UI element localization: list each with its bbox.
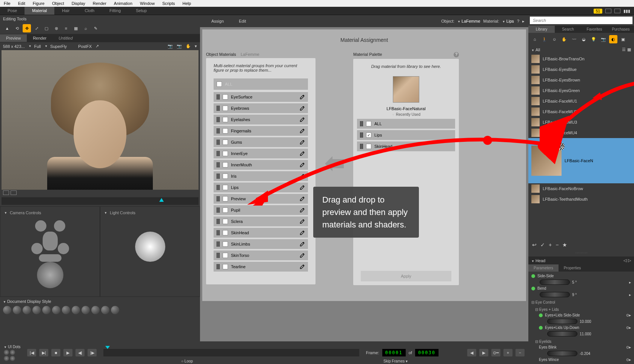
zoom-tool-icon[interactable]: ⌕ <box>82 24 90 32</box>
drag-handle-icon[interactable] <box>217 207 220 213</box>
home-icon[interactable]: ⌂ <box>531 35 539 43</box>
multi-view-icon[interactable] <box>11 190 17 195</box>
library-item[interactable]: LFBasic-FaceMU4 <box>528 127 634 138</box>
list-view-icon[interactable]: ☰ <box>622 47 626 52</box>
dial-side-side[interactable] <box>540 280 570 285</box>
single-view-icon[interactable] <box>3 190 9 195</box>
box-tool-icon[interactable]: ▢ <box>42 24 51 32</box>
edit-icon[interactable] <box>300 219 305 224</box>
menu-object[interactable]: Object <box>48 0 68 6</box>
camera-controls-label[interactable]: Camera Controls <box>3 209 97 217</box>
param-eyeslids-side[interactable]: Eyes+Lids Side-Side⊙▸ <box>530 312 632 318</box>
material-item[interactable]: Eyebrows <box>214 103 308 113</box>
last-frame-button[interactable]: ▶| <box>39 349 48 356</box>
bars-icon[interactable]: ▮▮▮ <box>623 9 630 14</box>
drag-handle-icon[interactable] <box>217 140 220 145</box>
edit-icon[interactable] <box>300 196 305 201</box>
checkbox[interactable] <box>223 94 228 100</box>
dial-bend[interactable] <box>540 292 570 297</box>
material-icon[interactable]: ◐ <box>609 35 617 43</box>
param-eyes-wince[interactable]: Eyes Wince⊙▸ <box>530 357 632 362</box>
param-side-side[interactable]: Side-Side <box>530 273 632 279</box>
palette-thumbnail[interactable] <box>393 76 419 103</box>
style-ball[interactable] <box>13 306 21 314</box>
menu-file[interactable]: File <box>0 0 14 6</box>
prev-icon[interactable]: ◁ <box>623 258 626 263</box>
library-item[interactable]: LFBasic-EyesBlue <box>528 64 634 75</box>
menu-scripts[interactable]: Scripts <box>158 0 179 6</box>
remove-icon[interactable]: − <box>556 242 559 248</box>
checkbox[interactable] <box>223 117 228 122</box>
align-tool-icon[interactable]: ≡ <box>62 24 70 32</box>
ui-dots-label[interactable]: UI Dots <box>4 345 20 349</box>
drag-handle-icon[interactable] <box>217 117 220 122</box>
expand-icon[interactable]: ▸ <box>522 19 525 24</box>
edit-icon[interactable] <box>300 230 305 235</box>
grid-tool-icon[interactable]: ▦ <box>72 24 80 32</box>
translate-tool-icon[interactable]: ✥ <box>23 24 31 32</box>
render-tab[interactable]: Render <box>27 34 52 42</box>
help-icon[interactable]: ? <box>517 19 519 23</box>
drag-handle-icon[interactable] <box>217 241 220 247</box>
palette-item-lips[interactable]: ✓ Lips <box>357 130 455 140</box>
room-hair[interactable]: Hair <box>54 7 77 15</box>
style-ball[interactable] <box>3 306 11 314</box>
checkbox[interactable] <box>223 174 228 179</box>
drag-handle-icon[interactable] <box>217 162 220 167</box>
hand-icon[interactable]: ✋ <box>186 44 191 49</box>
group-eye-control[interactable]: ⊟ Eye Control <box>530 299 632 305</box>
material-item[interactable]: SkinTorso <box>214 250 308 260</box>
add-icon[interactable]: + <box>549 242 552 248</box>
library-item[interactable]: LFBasic-FaceNoBrow <box>528 183 634 194</box>
prev-key-button[interactable]: ◀ <box>467 349 476 356</box>
camera-gizmo[interactable] <box>28 220 73 288</box>
material-item[interactable]: SkinHead <box>214 228 308 238</box>
assign-tab[interactable]: Assign <box>204 17 231 25</box>
material-item[interactable]: Iris <box>214 171 308 181</box>
menu-figure[interactable]: Figure <box>29 0 48 6</box>
edit-icon[interactable] <box>300 140 305 145</box>
edit-icon[interactable] <box>300 117 305 122</box>
library-item[interactable]: LFBasic-EyesBrown <box>528 75 634 85</box>
library-item[interactable]: LFBasic-FaceMU2 <box>528 106 634 117</box>
material-item[interactable]: EyeSurface <box>214 92 308 102</box>
menu-window[interactable]: Window <box>136 0 158 6</box>
checkbox[interactable] <box>223 140 228 145</box>
camera-icon[interactable]: 📷 <box>599 35 608 43</box>
dial-eyeslids-updown[interactable] <box>547 331 577 336</box>
edit-icon[interactable] <box>300 185 305 190</box>
param-eyes-blink[interactable]: Eyes Blink⊙▸ <box>530 344 632 350</box>
drag-handle-icon[interactable] <box>360 144 363 149</box>
style-ball[interactable] <box>52 306 60 314</box>
room-pose[interactable]: Pose <box>0 7 25 15</box>
key-dot-icon[interactable] <box>531 287 535 290</box>
remove-key-button[interactable]: − <box>516 349 525 356</box>
drag-handle-icon[interactable] <box>217 253 220 258</box>
edit-icon[interactable] <box>300 264 305 269</box>
palette-item-all[interactable]: ALL <box>357 119 455 129</box>
display-style-label[interactable]: Document Display Style <box>3 299 197 304</box>
dial-eyeslids-side[interactable] <box>547 319 577 324</box>
room-cloth[interactable]: Cloth <box>77 7 102 15</box>
room-setup[interactable]: Setup <box>128 7 154 15</box>
room-material[interactable]: Material <box>25 7 54 15</box>
edit-icon[interactable] <box>300 207 305 213</box>
material-item[interactable]: Fingernails <box>214 126 308 136</box>
stop-button[interactable]: ■ <box>51 349 60 356</box>
menu-edit[interactable]: Edit <box>14 0 29 6</box>
drag-handle-icon[interactable] <box>217 106 220 111</box>
next-key-button[interactable]: ▶ <box>479 349 488 356</box>
group-eyes-lids[interactable]: ⊟ Eyes + Lids <box>530 307 632 312</box>
notification-badge[interactable]: 51 <box>594 9 602 14</box>
first-frame-button[interactable]: |◀ <box>27 349 36 356</box>
engine-dropdown[interactable]: SuperFly <box>45 44 67 49</box>
checkbox[interactable] <box>223 196 228 201</box>
param-eyeslids-updown[interactable]: Eyes+Lids Up-Down⊙▸ <box>530 325 632 330</box>
filter-all-dropdown[interactable]: All <box>531 48 540 52</box>
brush-tool-icon[interactable]: ✎ <box>91 24 100 32</box>
drag-handle-icon[interactable] <box>217 196 220 201</box>
postfx-label[interactable]: PostFX <box>78 44 92 49</box>
material-item[interactable]: Preview <box>214 194 308 204</box>
step-back-button[interactable]: ◀| <box>75 349 85 356</box>
drag-handle-icon[interactable] <box>217 185 220 190</box>
